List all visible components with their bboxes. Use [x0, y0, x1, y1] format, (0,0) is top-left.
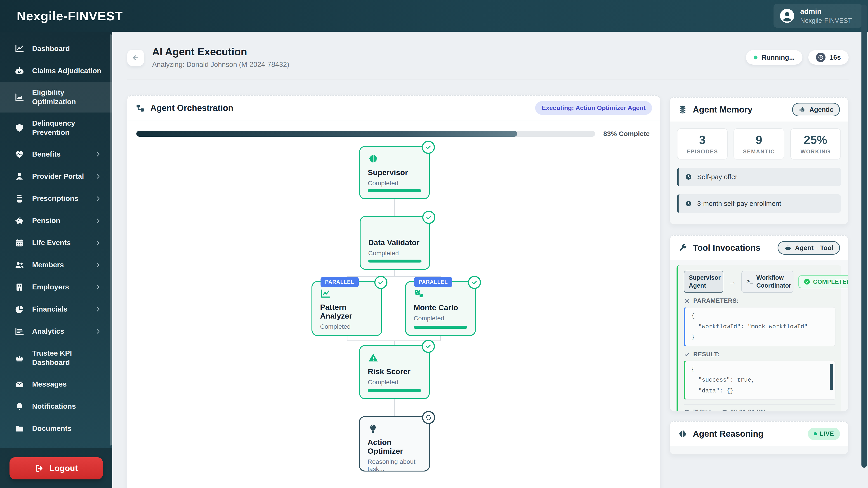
- flow-node-risk-scorer[interactable]: Risk Scorer Completed: [359, 345, 430, 399]
- page-scrollbar[interactable]: [862, 4, 867, 468]
- parallel-badge: PARALLEL: [320, 277, 359, 287]
- chevron-right-icon: [95, 151, 101, 158]
- sidebar-item-label: Financials: [32, 304, 87, 314]
- sidebar-item-trustee-kpi-dashboard[interactable]: Trustee KPI Dashboard: [0, 343, 112, 373]
- flow-node-pattern-analyzer[interactable]: PARALLEL Pattern Analyzer Completed: [311, 281, 382, 336]
- back-button[interactable]: [127, 50, 144, 66]
- robot-icon: [14, 66, 24, 76]
- node-title: Data Validator: [368, 238, 422, 247]
- logout-button[interactable]: Logout: [9, 457, 103, 480]
- chevron-right-icon: [95, 195, 101, 202]
- reasoning-body: [670, 446, 848, 455]
- folder-icon: [14, 424, 24, 433]
- chart-line-icon: [14, 43, 24, 54]
- flow-node-action-optimizer[interactable]: Action Optimizer Reasoning about task...: [359, 416, 430, 471]
- result-label: RESULT:: [693, 351, 719, 358]
- node-progress-fill: [368, 260, 422, 263]
- completed-badge: COMPLETED: [798, 275, 848, 288]
- tools-title: Tool Invocations: [693, 243, 761, 253]
- sidebar-item-members[interactable]: Members: [0, 254, 112, 276]
- sidebar-item-notifications[interactable]: Notifications: [0, 395, 112, 418]
- stat-semantic: 9 SEMANTIC: [734, 128, 784, 160]
- completed-label: COMPLETED: [813, 278, 848, 285]
- user-menu[interactable]: admin Nexgile-FINVEST: [774, 4, 862, 28]
- sidebar-item-label: Trustee KPI Dashboard: [32, 349, 101, 367]
- node-icon-placeholder: [368, 223, 422, 234]
- node-status: Completed: [368, 180, 421, 187]
- sidebar-item-dashboard[interactable]: Dashboard: [0, 37, 112, 60]
- node-status: Completed: [414, 315, 467, 322]
- check-badge-icon: [374, 276, 388, 289]
- agent-tool-badge[interactable]: Agent→Tool: [778, 241, 840, 255]
- result-label-row: RESULT:: [684, 351, 835, 358]
- node-status: Completed: [320, 323, 374, 330]
- building-icon: [14, 282, 24, 292]
- sidebar-item-label: Documents: [32, 424, 101, 433]
- sidebar-item-label: Notifications: [32, 402, 101, 411]
- memory-body: 3 EPISODES 9 SEMANTIC 25% WORKING Self-p…: [670, 122, 848, 224]
- sidebar-item-documents[interactable]: Documents: [0, 418, 112, 440]
- header-divider: [127, 79, 848, 80]
- reasoning-title: Agent Reasoning: [693, 429, 763, 439]
- sidebar-item-life-events[interactable]: Life Events: [0, 232, 112, 254]
- check-badge-icon: [468, 276, 481, 289]
- agent-orchestration-panel: Agent Orchestration Executing: Action Op…: [127, 95, 660, 488]
- sidebar-item-financials[interactable]: Financials: [0, 298, 112, 320]
- area-chart-icon: [14, 92, 24, 102]
- avatar-icon: [779, 8, 795, 24]
- connector: [347, 335, 347, 341]
- connector: [440, 335, 441, 341]
- code-scrollbar[interactable]: [830, 364, 833, 390]
- flow-node-data-validator[interactable]: Data Validator Completed: [360, 216, 430, 270]
- sidebar-item-pension[interactable]: Pension: [0, 210, 112, 232]
- agentic-label: Agentic: [809, 106, 833, 113]
- dice-icon: [414, 288, 467, 300]
- users-icon: [14, 260, 24, 270]
- connector: [394, 199, 395, 216]
- sidebar-item-label: Prescriptions: [32, 194, 87, 203]
- page-subtitle: Analyzing: Donald Johnson (M-2024-78432): [152, 61, 289, 69]
- flow-node-supervisor[interactable]: Supervisor Completed: [359, 146, 430, 199]
- sidebar-item-delinquency-prevention[interactable]: Delinquency Prevention: [0, 112, 112, 143]
- agentic-badge[interactable]: Agentic: [792, 103, 840, 116]
- bell-icon: [14, 401, 24, 412]
- sidebar-item-claims-adjudication[interactable]: Claims Adjudication: [0, 60, 112, 82]
- calendar-icon: [721, 409, 727, 412]
- terminal-icon: >_: [746, 278, 753, 286]
- chevron-right-icon: [95, 239, 101, 246]
- sidebar-item-prescriptions[interactable]: Prescriptions: [0, 188, 112, 210]
- stat-label: SEMANTIC: [743, 149, 775, 155]
- sidebar-item-analytics[interactable]: Analytics: [0, 320, 112, 343]
- check-icon: [684, 351, 690, 358]
- database-icon: [678, 105, 687, 114]
- sidebar-item-provider-portal[interactable]: Provider Portal: [0, 165, 112, 188]
- sidebar-nav: Dashboard Claims Adjudication Eligibilit…: [0, 32, 112, 440]
- sidebar-item-employers[interactable]: Employers: [0, 276, 112, 298]
- logout-label: Logout: [50, 464, 78, 473]
- node-title: Supervisor: [368, 168, 421, 177]
- reasoning-header: Agent Reasoning LIVE: [670, 422, 848, 446]
- prescription-icon: [14, 194, 24, 203]
- sidebar-item-benefits[interactable]: Benefits: [0, 143, 112, 165]
- sidebar-item-eligibility-optimization[interactable]: Eligibility Optimization: [0, 82, 112, 112]
- timestamp: 06:01:01 PM: [721, 409, 766, 412]
- robot-icon: [799, 106, 806, 113]
- header-status-pills: Running... 16s: [746, 50, 848, 65]
- heart-pulse-icon: [14, 149, 24, 159]
- check-badge-icon: [422, 141, 435, 154]
- chevron-right-icon: [95, 284, 101, 291]
- connector: [394, 270, 395, 276]
- result-code-block: { "success": true, "data": {}: [684, 361, 835, 400]
- sidebar-item-label: Provider Portal: [32, 172, 87, 181]
- invocation-route: Supervisor Agent → >_ Workflow Coordinat…: [684, 271, 835, 293]
- sidebar-item-messages[interactable]: Messages: [0, 373, 112, 395]
- flow-node-monte-carlo[interactable]: PARALLEL Monte Carlo Completed: [405, 281, 476, 336]
- app-root: Nexgile-FINVEST admin Nexgile-FINVEST Da…: [0, 0, 868, 488]
- sidebar-scrollbar[interactable]: [110, 34, 112, 446]
- shield-icon: [14, 123, 24, 133]
- back-arrow-icon: [131, 54, 140, 62]
- sidebar-item-label: Eligibility Optimization: [32, 88, 101, 106]
- clock-icon: [684, 409, 690, 412]
- parameters-label-row: PARAMETERS:: [684, 297, 835, 304]
- check-badge-icon: [422, 340, 435, 353]
